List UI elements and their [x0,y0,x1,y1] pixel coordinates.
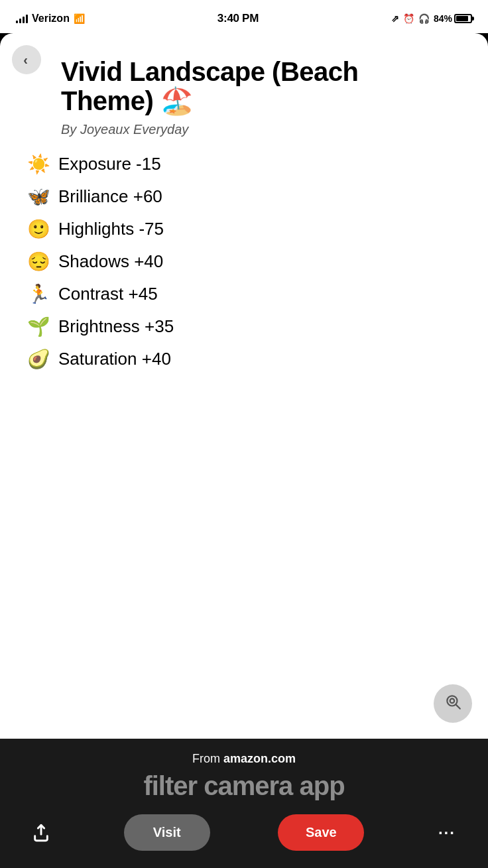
settings-list: ☀️ Exposure -15 🦋 Brilliance +60 🙂 Highl… [20,153,468,370]
svg-point-2 [450,698,455,703]
visual-search-icon [444,693,461,715]
shadows-value: Shadows +40 [58,251,163,272]
save-button[interactable]: Save [278,814,364,851]
main-card: ‹ Vivid Landscape (Beach Theme) 🏖️ By Jo… [0,33,488,868]
list-item: 🙂 Highlights -75 [27,218,468,240]
contrast-value: Contrast +45 [58,284,158,304]
visual-search-button[interactable] [434,684,472,723]
signal-icon [16,14,28,23]
card-inner: ‹ Vivid Landscape (Beach Theme) 🏖️ By Jo… [0,33,488,739]
battery-percent: 84% [434,13,452,24]
back-button[interactable]: ‹ [12,45,41,74]
source-site: amazon.com [223,752,296,765]
carrier-label: Verizon [32,13,70,25]
bottom-bar: From amazon.com filter camera app Visit … [0,739,488,868]
visit-button[interactable]: Visit [124,814,210,851]
status-right: ⇗ ⏰ 🎧 84% [391,13,472,24]
brilliance-value: Brilliance +60 [58,186,162,207]
saturation-emoji: 🥑 [27,348,50,370]
battery-icon [454,14,472,23]
brightness-emoji: 🌱 [27,316,50,338]
battery-fill [456,16,468,21]
highlights-value: Highlights -75 [58,219,164,239]
clock: 3:40 PM [217,12,259,25]
status-left: Verizon 📶 [16,13,85,25]
contrast-emoji: 🏃 [27,283,50,305]
status-bar: Verizon 📶 3:40 PM ⇗ ⏰ 🎧 84% [0,0,488,33]
brightness-value: Brightness +35 [58,316,174,337]
brilliance-emoji: 🦋 [27,186,50,208]
source-line: From amazon.com [20,752,468,766]
list-item: 😔 Shadows +40 [27,251,468,273]
shadows-emoji: 😔 [27,251,50,273]
list-item: ☀️ Exposure -15 [27,153,468,175]
list-item: 🦋 Brilliance +60 [27,186,468,208]
saturation-value: Saturation +40 [58,349,171,369]
exposure-value: Exposure -15 [58,154,161,174]
action-bar: Visit Save ··· [20,814,468,861]
author-label: By Joyeaux Everyday [61,122,455,137]
page-title: Vivid Landscape (Beach Theme) 🏖️ [61,57,455,115]
list-item: 🌱 Brightness +35 [27,316,468,338]
list-item: 🏃 Contrast +45 [27,283,468,305]
source-subtitle: filter camera app [20,771,468,801]
highlights-emoji: 🙂 [27,218,50,240]
title-area: Vivid Landscape (Beach Theme) 🏖️ By Joye… [20,46,468,137]
location-icon: ⇗ [391,13,399,24]
headphone-icon: 🎧 [418,13,430,24]
share-button[interactable] [27,818,56,847]
exposure-emoji: ☀️ [27,153,50,175]
alarm-icon: ⏰ [403,13,414,24]
from-label: From [192,752,223,765]
more-button[interactable]: ··· [432,818,461,847]
wifi-icon: 📶 [74,13,85,24]
back-chevron-icon: ‹ [23,52,28,68]
battery-container: 84% [434,13,472,24]
list-item: 🥑 Saturation +40 [27,348,468,370]
svg-line-1 [456,704,460,708]
